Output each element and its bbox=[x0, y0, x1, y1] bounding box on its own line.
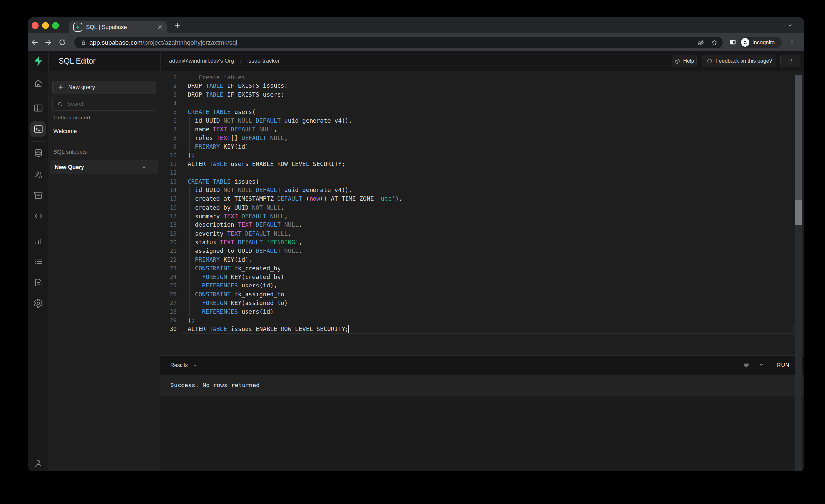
results-dropdown[interactable]: Results bbox=[170, 356, 197, 375]
code-line[interactable]: 12 bbox=[160, 168, 804, 177]
rail-item-authentication[interactable] bbox=[33, 170, 43, 179]
rail-item-storage[interactable] bbox=[33, 191, 43, 200]
search-input[interactable] bbox=[67, 101, 156, 107]
code-line[interactable]: 28 REFERENCES users(id) bbox=[160, 307, 804, 316]
code-text: REFERENCES users(id) bbox=[188, 307, 274, 316]
editor-scrollbar-thumb[interactable] bbox=[795, 200, 802, 225]
code-line[interactable]: 16 created_by UUID NOT NULL, bbox=[160, 203, 804, 212]
eye-off-icon[interactable] bbox=[697, 39, 704, 46]
tab-close-icon[interactable] bbox=[157, 24, 163, 30]
incognito-label: Incognito bbox=[752, 39, 774, 46]
supabase-logo-icon[interactable] bbox=[32, 55, 44, 67]
reload-icon[interactable] bbox=[58, 38, 66, 46]
rail-item-settings[interactable] bbox=[33, 298, 43, 308]
window-close-button[interactable] bbox=[32, 22, 39, 29]
rail-item-home[interactable] bbox=[33, 79, 43, 88]
help-circle-icon bbox=[674, 58, 680, 64]
code-line[interactable]: 7 name TEXT DEFAULT NULL, bbox=[160, 125, 804, 134]
line-number: 16 bbox=[160, 203, 176, 212]
rail-item-reports[interactable] bbox=[33, 236, 43, 246]
code-line[interactable]: 6 id UUID NOT NULL DEFAULT uuid_generate… bbox=[160, 117, 804, 125]
new-query-button-label: New query bbox=[68, 84, 95, 91]
rail-item-edge-functions[interactable] bbox=[33, 211, 43, 221]
code-line[interactable]: 4 bbox=[160, 99, 804, 107]
code-line[interactable]: 11ALTER TABLE users ENABLE ROW LEVEL SEC… bbox=[160, 160, 804, 168]
code-line[interactable]: 22 PRIMARY KEY(id), bbox=[160, 256, 804, 264]
code-line[interactable]: 5CREATE TABLE users( bbox=[160, 107, 804, 116]
window-minimize-button[interactable] bbox=[42, 22, 49, 29]
rail-item-logs[interactable] bbox=[33, 257, 43, 266]
plus-icon bbox=[58, 84, 64, 90]
rail-item-account[interactable] bbox=[33, 458, 43, 469]
favorite-heart-icon[interactable] bbox=[743, 362, 750, 369]
chat-bubble-icon bbox=[706, 58, 713, 64]
line-number: 19 bbox=[160, 229, 176, 238]
code-line[interactable]: 26 CONSTRAINT fk_assigned_to bbox=[160, 290, 804, 299]
new-query-button[interactable]: New query bbox=[53, 80, 156, 94]
run-button[interactable]: RUN bbox=[777, 356, 790, 375]
code-line[interactable]: 10); bbox=[160, 151, 804, 160]
side-panel-icon[interactable] bbox=[729, 38, 737, 46]
browser-tab[interactable]: SQL | Supabase bbox=[69, 21, 167, 33]
code-line[interactable]: 18 description TEXT DEFAULT NULL, bbox=[160, 220, 804, 229]
breadcrumb-org[interactable]: adam@windmill.dev's Org bbox=[169, 58, 234, 64]
code-line[interactable]: 24 FOREIGN KEY(created_by) bbox=[160, 273, 804, 281]
code-line[interactable]: 21 assigned_to UUID DEFAULT NULL, bbox=[160, 246, 804, 255]
code-line[interactable]: 13CREATE TABLE issues( bbox=[160, 177, 804, 186]
code-text: ); bbox=[188, 151, 195, 160]
line-number: 26 bbox=[160, 290, 176, 299]
code-line[interactable]: 14 id UUID NOT NULL DEFAULT uuid_generat… bbox=[160, 186, 804, 195]
feedback-button[interactable]: Feedback on this page? bbox=[702, 55, 776, 67]
browser-menu-icon[interactable] bbox=[789, 39, 795, 45]
code-line[interactable]: 20 status TEXT DEFAULT 'PENDING', bbox=[160, 238, 804, 246]
sidebar-item-new-query[interactable]: New Query bbox=[51, 160, 158, 174]
sidebar-item-welcome[interactable]: Welcome bbox=[54, 128, 77, 135]
code-line[interactable]: 27 FOREIGN KEY(assigned_to) bbox=[160, 299, 804, 307]
run-options-chevron-icon[interactable] bbox=[759, 362, 765, 369]
bell-icon bbox=[787, 58, 794, 64]
tab-search-chevron-icon[interactable] bbox=[788, 23, 793, 28]
code-line[interactable]: 2DROP TABLE IF EXISTS issues; bbox=[160, 81, 804, 90]
code-line[interactable]: 8 roles TEXT[] DEFAULT NULL, bbox=[160, 134, 804, 142]
code-line[interactable]: 30ALTER TABLE issues ENABLE ROW LEVEL SE… bbox=[160, 325, 804, 333]
code-line[interactable]: 29); bbox=[160, 316, 804, 325]
line-number: 28 bbox=[160, 307, 176, 316]
rail-item-table-editor[interactable] bbox=[33, 103, 43, 113]
breadcrumb-project[interactable]: issue-tracker bbox=[247, 58, 280, 64]
notifications-button[interactable] bbox=[780, 55, 800, 67]
code-line[interactable]: 15 created_at TIMESTAMPTZ DEFAULT (now()… bbox=[160, 195, 804, 203]
scrollbar[interactable] bbox=[795, 75, 802, 471]
window-zoom-button[interactable] bbox=[52, 22, 59, 29]
line-number: 3 bbox=[160, 90, 176, 99]
text-cursor bbox=[349, 326, 349, 333]
supabase-favicon-icon bbox=[73, 23, 82, 32]
line-number: 27 bbox=[160, 299, 176, 307]
code-line[interactable]: 3DROP TABLE IF EXISTS users; bbox=[160, 90, 804, 99]
code-line[interactable]: 23 CONSTRAINT fk_created_by bbox=[160, 264, 804, 273]
rail-item-api-docs[interactable] bbox=[33, 278, 43, 287]
sql-editor-icon bbox=[33, 124, 43, 134]
forward-icon[interactable] bbox=[44, 38, 52, 46]
rail-divider bbox=[31, 96, 45, 96]
code-text: roles TEXT[] DEFAULT NULL, bbox=[188, 134, 288, 142]
code-line[interactable]: 9 PRIMARY KEY(id) bbox=[160, 142, 804, 151]
sql-editor[interactable]: 1-- Create tables2DROP TABLE IF EXISTS i… bbox=[160, 71, 804, 355]
code-line[interactable]: 25 REFERENCES users(id), bbox=[160, 281, 804, 290]
rail-item-database[interactable] bbox=[33, 148, 43, 158]
url-bar[interactable]: app.supabase.com/project/azahtnhqohyjerz… bbox=[74, 37, 723, 48]
feedback-label: Feedback on this page? bbox=[716, 58, 772, 64]
help-button[interactable]: Help bbox=[672, 55, 697, 67]
code-line[interactable]: 17 summary TEXT DEFAULT NULL, bbox=[160, 212, 804, 220]
code-line[interactable]: 1-- Create tables bbox=[160, 73, 804, 81]
line-number: 20 bbox=[160, 238, 176, 246]
scrollbar-thumb[interactable] bbox=[795, 75, 802, 200]
new-tab-button[interactable] bbox=[173, 22, 181, 29]
line-number: 24 bbox=[160, 273, 176, 281]
bookmark-star-icon[interactable] bbox=[711, 39, 718, 46]
rail-item-sql-editor[interactable] bbox=[33, 124, 43, 134]
code-line[interactable]: 19 severity TEXT DEFAULT NULL, bbox=[160, 229, 804, 238]
snippet-search[interactable] bbox=[53, 97, 156, 111]
line-number: 29 bbox=[160, 316, 176, 325]
back-icon[interactable] bbox=[31, 38, 39, 46]
settings-icon bbox=[33, 298, 43, 308]
